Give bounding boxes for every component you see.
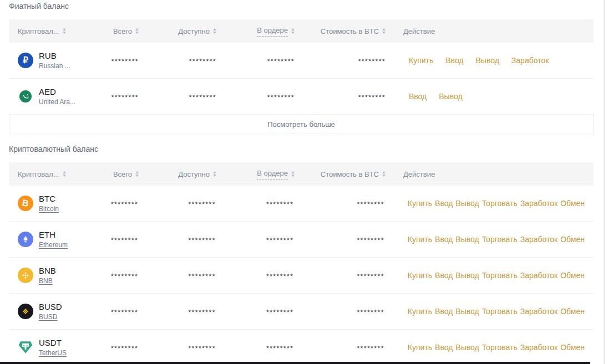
row-actions: Купить Ввод Вывод Торговать Заработок Об… (384, 235, 585, 244)
btc-value: ******** (293, 270, 384, 280)
in-order-value: ******** (216, 198, 294, 208)
btc-value: ******** (293, 306, 384, 316)
buy-link[interactable]: Купить (408, 199, 432, 208)
convert-link[interactable]: Обмен (560, 271, 585, 280)
earn-link[interactable]: Заработок (520, 343, 558, 352)
coin-cell: BNB BNB (18, 266, 101, 285)
btc-value: ******** (293, 198, 384, 208)
header-total[interactable]: Всего (101, 27, 139, 35)
withdraw-link[interactable]: Вывод (439, 92, 462, 101)
deposit-link[interactable]: Ввод (435, 343, 453, 352)
buy-link[interactable]: Купить (408, 307, 432, 316)
withdraw-link[interactable]: Вывод (455, 343, 479, 352)
table-row-bnb: BNB BNB ******** ******** ******** *****… (9, 258, 594, 294)
earn-link[interactable]: Заработок (511, 56, 549, 65)
header-btc-value[interactable]: Стоимость в BTC (295, 170, 386, 178)
header-in-order[interactable]: В ордере (216, 169, 295, 180)
earn-link[interactable]: Заработок (520, 271, 558, 280)
sort-icon[interactable] (63, 28, 66, 34)
in-order-value: ******** (216, 342, 294, 352)
table-row-aed: AED United Ara... ******** ******** ****… (9, 79, 594, 115)
coin-cell: AED United Ara... (18, 87, 101, 106)
convert-link[interactable]: Обмен (560, 199, 585, 208)
trade-link[interactable]: Торговать (482, 199, 518, 208)
coin-cell: USDT TetherUS (18, 338, 101, 357)
coin-name-link[interactable]: BUSD (39, 313, 62, 321)
usdt-coin-icon (18, 340, 33, 355)
fiat-section-title: Фиатный баланс (9, 2, 594, 11)
coin-name-link[interactable]: BNB (39, 277, 56, 285)
btc-value: ******** (293, 234, 384, 244)
convert-link[interactable]: Обмен (560, 307, 585, 316)
crypto-section-title: Криптовалютный баланс (9, 145, 594, 153)
scrollbar-track[interactable] (604, 0, 605, 364)
coin-symbol: BNB (39, 266, 56, 276)
fiat-table: Криптовал... Всего Доступно В ордере Сто… (9, 19, 594, 134)
btc-value: ******** (295, 55, 386, 65)
withdraw-link[interactable]: Вывод (476, 56, 499, 65)
coin-symbol: BUSD (39, 302, 62, 312)
header-available[interactable]: Доступно (139, 170, 216, 178)
coin-cell: ₽ RUB Russian ... (18, 51, 101, 70)
deposit-link[interactable]: Ввод (445, 56, 463, 65)
deposit-link[interactable]: Ввод (435, 235, 453, 244)
coin-cell: ETH Ethereum (18, 230, 101, 249)
crypto-table: Криптовал... Всего Доступно В ордере Сто… (9, 162, 594, 364)
deposit-link[interactable]: Ввод (435, 307, 453, 316)
trade-link[interactable]: Торговать (482, 307, 518, 316)
withdraw-link[interactable]: Вывод (455, 307, 479, 316)
total-value: ******** (101, 306, 139, 316)
btc-value: ******** (293, 342, 384, 352)
trade-link[interactable]: Торговать (482, 235, 518, 244)
available-value: ******** (139, 55, 216, 65)
row-actions: Купить Ввод Вывод Торговать Заработок Об… (384, 199, 585, 208)
buy-link[interactable]: Купить (408, 343, 432, 352)
available-value: ******** (138, 270, 216, 280)
withdraw-link[interactable]: Вывод (455, 199, 479, 208)
withdraw-link[interactable]: Вывод (455, 235, 479, 244)
wallet-balance-page: Фиатный баланс Криптовал... Всего Доступ… (9, 0, 594, 364)
table-row-busd: BUSD BUSD ******** ******** ******** ***… (9, 294, 594, 330)
earn-link[interactable]: Заработок (520, 199, 558, 208)
footer-top-edge (0, 362, 590, 364)
coin-name: United Ara... (39, 98, 75, 106)
buy-link[interactable]: Купить (408, 271, 432, 280)
total-value: ******** (101, 198, 139, 208)
coin-symbol: RUB (39, 51, 70, 61)
deposit-link[interactable]: Ввод (409, 92, 427, 101)
coin-name: Russian ... (39, 62, 70, 70)
coin-name-link[interactable]: TetherUS (39, 349, 67, 357)
buy-link[interactable]: Купить (408, 235, 432, 244)
coin-name-link[interactable]: Bitcoin (39, 205, 59, 213)
withdraw-link[interactable]: Вывод (455, 271, 479, 280)
header-in-order[interactable]: В ордере (216, 26, 295, 37)
convert-link[interactable]: Обмен (560, 235, 585, 244)
sort-icon[interactable] (63, 171, 66, 177)
table-row-eth: ETH Ethereum ******** ******** ******** … (9, 222, 594, 258)
available-value: ******** (139, 91, 216, 101)
coin-symbol: AED (39, 87, 75, 97)
deposit-link[interactable]: Ввод (435, 271, 453, 280)
header-total[interactable]: Всего (101, 170, 139, 178)
buy-link[interactable]: Купить (409, 56, 433, 65)
earn-link[interactable]: Заработок (520, 235, 558, 244)
header-action: Действие (386, 170, 585, 178)
trade-link[interactable]: Торговать (482, 271, 518, 280)
earn-link[interactable]: Заработок (520, 307, 558, 316)
in-order-value: ******** (216, 55, 295, 65)
convert-link[interactable]: Обмен (560, 343, 585, 352)
header-available[interactable]: Доступно (139, 27, 216, 35)
header-coin[interactable]: Криптовал... (18, 27, 101, 35)
deposit-link[interactable]: Ввод (435, 199, 453, 208)
coin-name-link[interactable]: Ethereum (39, 241, 68, 249)
header-btc-value[interactable]: Стоимость в BTC (295, 27, 386, 35)
coin-cell: BUSD BUSD (18, 302, 101, 321)
total-value: ******** (101, 234, 139, 244)
row-actions: Ввод Вывод (386, 92, 585, 101)
header-coin[interactable]: Криптовал... (18, 170, 101, 178)
coin-symbol: USDT (39, 338, 67, 348)
show-more-button[interactable]: Посмотреть больше (9, 115, 594, 134)
trade-link[interactable]: Торговать (482, 343, 518, 352)
crypto-table-header: Криптовал... Всего Доступно В ордере Сто… (9, 162, 594, 186)
btc-coin-icon: B (18, 196, 33, 211)
